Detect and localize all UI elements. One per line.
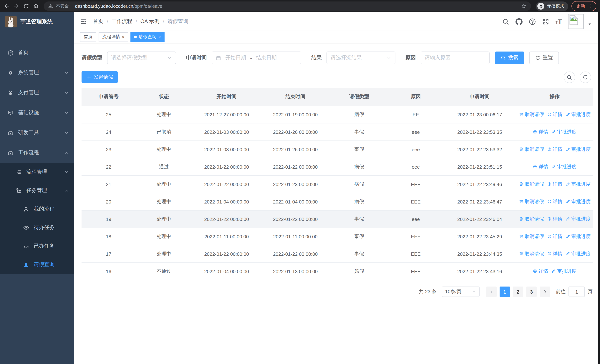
- home-icon[interactable]: [33, 3, 39, 9]
- forward-icon[interactable]: [13, 3, 20, 9]
- search-button[interactable]: 搜索: [495, 52, 525, 64]
- action-cancel-link[interactable]: 取消请假: [519, 181, 544, 187]
- create-leave-button[interactable]: 发起请假: [82, 71, 118, 83]
- action-cancel-link[interactable]: 取消请假: [519, 111, 544, 118]
- page-button-3[interactable]: 3: [526, 287, 537, 297]
- sidebar-item-workflow[interactable]: 工作流程: [0, 143, 74, 163]
- action-cancel-link[interactable]: 取消请假: [519, 251, 544, 257]
- action-progress-link[interactable]: 审批进度: [565, 233, 591, 240]
- font-size-icon[interactable]: [555, 18, 562, 25]
- tab-leave-query[interactable]: 请假查询: [131, 32, 165, 42]
- user-solid-icon: [23, 261, 29, 268]
- eye-icon: [547, 147, 552, 152]
- cell-apply_time: 2022-01-22 23:46:04: [443, 210, 516, 228]
- reason-input[interactable]: 请输入原因: [421, 52, 489, 64]
- action-detail-link[interactable]: 详情: [547, 198, 562, 205]
- breadcrumb-item[interactable]: OA 示例: [141, 18, 159, 25]
- scrollbar[interactable]: [598, 12, 600, 364]
- reload-icon[interactable]: [23, 3, 29, 9]
- result-select[interactable]: 请选择流结果: [327, 52, 395, 64]
- browser-update-button[interactable]: 更新: [572, 1, 596, 11]
- action-cancel-link[interactable]: 取消请假: [519, 198, 544, 205]
- sidebar-item-my-process[interactable]: 我的流程: [0, 200, 74, 218]
- cell-apply_time: 2022-01-22 23:53:32: [443, 141, 516, 158]
- page-button-2[interactable]: 2: [513, 287, 523, 297]
- back-icon[interactable]: [4, 3, 10, 9]
- search-icon: [567, 74, 572, 80]
- action-progress-link[interactable]: 审批进度: [565, 251, 591, 257]
- tab-label: 首页: [84, 34, 93, 40]
- sidebar-item-process-mgmt[interactable]: 流程管理: [0, 163, 74, 181]
- page-size-select[interactable]: 10条/页: [442, 287, 479, 297]
- action-detail-link[interactable]: 详情: [533, 268, 548, 275]
- cell-end: 2022-01-19 00:00:00: [261, 106, 330, 123]
- action-progress-link[interactable]: 审批进度: [551, 163, 576, 170]
- action-detail-link[interactable]: 详情: [547, 146, 562, 153]
- action-progress-link[interactable]: 审批进度: [565, 198, 591, 205]
- sidebar-item-devtools[interactable]: 研发工具: [0, 123, 74, 143]
- action-progress-link[interactable]: 审批进度: [565, 111, 591, 118]
- breadcrumb-item[interactable]: 工作流程: [112, 18, 132, 25]
- user-icon: [23, 206, 29, 212]
- action-cancel-link[interactable]: 取消请假: [519, 146, 544, 153]
- action-detail-link[interactable]: 详情: [533, 129, 548, 135]
- sidebar-item-home[interactable]: 首页: [0, 43, 74, 63]
- sidebar-item-done-task[interactable]: 已办任务: [0, 237, 74, 255]
- leave-type-select[interactable]: 请选择请假类型: [107, 52, 176, 64]
- help-icon[interactable]: [529, 18, 536, 25]
- show-search-button[interactable]: [564, 71, 575, 83]
- close-icon[interactable]: [158, 35, 161, 39]
- action-progress-link[interactable]: 审批进度: [565, 146, 591, 153]
- table-row: 16不通过2022-01-04 00:00:002022-01-13 00:00…: [82, 263, 593, 280]
- cell-status: 已取消: [136, 123, 192, 141]
- reset-button[interactable]: 重置: [529, 52, 559, 64]
- action-detail-link[interactable]: 详情: [547, 216, 562, 222]
- column-header: 原因: [389, 88, 443, 106]
- next-page-button[interactable]: [540, 287, 550, 297]
- bookmark-star-icon[interactable]: [521, 3, 527, 9]
- breadcrumb-item[interactable]: 首页: [93, 18, 103, 25]
- action-progress-link[interactable]: 审批进度: [551, 268, 576, 275]
- column-header: 开始时间: [192, 88, 261, 106]
- action-detail-link[interactable]: 详情: [547, 111, 562, 118]
- chevron-down-icon: [64, 90, 69, 95]
- close-icon[interactable]: [122, 35, 124, 39]
- sidebar-item-payment[interactable]: 支付管理: [0, 83, 74, 103]
- fullscreen-icon[interactable]: [542, 18, 549, 25]
- sidebar-item-infrastructure[interactable]: 基础设施: [0, 103, 74, 123]
- action-progress-link[interactable]: 审批进度: [565, 181, 591, 187]
- tab-process-detail[interactable]: 流程详情: [99, 32, 128, 42]
- action-label: 取消请假: [525, 251, 544, 257]
- sidebar-item-leave-query[interactable]: 请假查询: [0, 255, 74, 274]
- action-detail-link[interactable]: 详情: [547, 233, 562, 240]
- action-cancel-link[interactable]: 取消请假: [519, 233, 544, 240]
- start-date-placeholder: 开始日期: [225, 55, 246, 61]
- cell-type: 事假: [330, 210, 389, 228]
- github-icon[interactable]: [516, 18, 523, 25]
- action-progress-link[interactable]: 审批进度: [551, 129, 576, 135]
- search-icon[interactable]: [502, 18, 509, 25]
- action-cancel-link[interactable]: 取消请假: [519, 216, 544, 222]
- action-detail-link[interactable]: 详情: [533, 163, 548, 170]
- page-button-1[interactable]: 1: [500, 287, 510, 297]
- menu-dots-icon[interactable]: [589, 4, 593, 9]
- sidebar-item-todo-task[interactable]: 待办任务: [0, 218, 74, 237]
- chevron-down-icon[interactable]: [588, 22, 592, 26]
- action-detail-link[interactable]: 详情: [547, 251, 562, 257]
- action-progress-link[interactable]: 审批进度: [565, 216, 591, 222]
- logo[interactable]: 芋道管理系统: [0, 12, 74, 31]
- collapse-sidebar-icon[interactable]: [80, 18, 87, 25]
- prev-page-button[interactable]: [486, 287, 497, 297]
- refresh-table-button[interactable]: [580, 71, 591, 83]
- screen: 不安全 dashboard.yudao.iocoder.cn/bpm/oa/le…: [0, 0, 600, 364]
- action-label: 详情: [553, 251, 562, 257]
- goto-page-input[interactable]: [569, 287, 585, 297]
- tab-home[interactable]: 首页: [80, 32, 96, 42]
- apply-time-label: 申请时间: [186, 55, 207, 61]
- avatar[interactable]: [568, 14, 584, 29]
- apply-time-range-picker[interactable]: 开始日期 - 结束日期: [212, 52, 301, 64]
- action-detail-link[interactable]: 详情: [547, 181, 562, 187]
- address-bar[interactable]: 不安全 dashboard.yudao.iocoder.cn/bpm/oa/le…: [44, 1, 531, 11]
- sidebar-item-task-mgmt[interactable]: 任务管理: [0, 181, 74, 200]
- sidebar-item-system[interactable]: 系统管理: [0, 63, 74, 83]
